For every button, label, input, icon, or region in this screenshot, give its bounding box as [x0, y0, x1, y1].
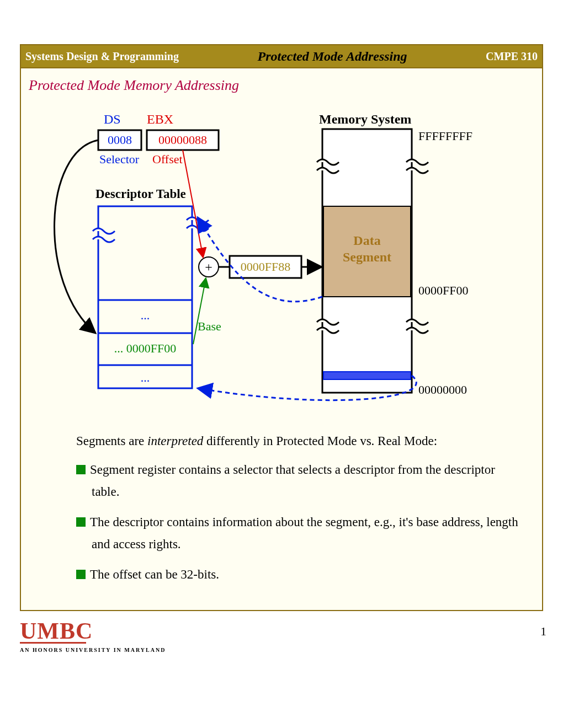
- svg-rect-12: [323, 372, 411, 379]
- page-subtitle: Protected Mode Memory Addressing: [29, 77, 239, 94]
- bullet-icon: [76, 570, 86, 579]
- bullet-2-cont: and access rights.: [92, 537, 539, 552]
- title-bar: Systems Design & Programming Protected M…: [21, 45, 542, 68]
- bullet-icon: [76, 465, 86, 474]
- logo: UMBC: [20, 618, 543, 644]
- sum-value: 0000FF88: [241, 260, 290, 274]
- ds-label: DS: [104, 112, 121, 126]
- ds-value: 0008: [108, 133, 132, 147]
- ds-caption: Selector: [99, 152, 140, 166]
- diagram: DS 0008 Selector EBX 00000088 Offset Des…: [21, 101, 544, 421]
- intro-b: differently in Protected Mode vs. Real M…: [203, 434, 437, 448]
- data-label-2: Segment: [343, 250, 391, 264]
- mem-top-addr: FFFFFFFF: [418, 129, 472, 143]
- bullet-icon: [76, 517, 86, 527]
- header-center: Protected Mode Addressing: [179, 49, 486, 64]
- mem-mid-addr: 0000FF00: [418, 283, 468, 297]
- bullet-3: The offset can be 32-bits.: [76, 568, 523, 582]
- desc-ellipsis-2: ...: [141, 371, 150, 384]
- bullet-1: Segment register contains a selector tha…: [76, 463, 523, 477]
- intro-a: Segments are: [76, 434, 147, 448]
- page-number: 1: [540, 624, 546, 639]
- header-left: Systems Design & Programming: [25, 50, 179, 63]
- memory-title: Memory System: [319, 112, 411, 126]
- base-label: Base: [198, 319, 221, 333]
- plus-icon: +: [205, 260, 213, 274]
- descriptor-table-title: Descriptor Table: [95, 187, 186, 201]
- footer: UMBC AN HONORS UNIVERSITY IN MARYLAND: [20, 618, 543, 653]
- desc-value-row: ... 0000FF00: [114, 341, 176, 355]
- mem-bot-addr: 00000000: [418, 383, 467, 397]
- ebx-value: 00000088: [158, 133, 207, 147]
- intro-italic: interpreted: [147, 434, 203, 448]
- slide-frame: Systems Design & Programming Protected M…: [20, 44, 543, 611]
- header-right: CMPE 310: [486, 50, 538, 63]
- logo-text: UMBC: [20, 618, 93, 644]
- ebx-caption: Offset: [152, 152, 183, 166]
- intro-line: Segments are interpreted differently in …: [76, 432, 518, 449]
- bullet-1-cont: table.: [92, 485, 539, 499]
- data-label-1: Data: [353, 233, 380, 248]
- bullet-2: The descriptor contains information abou…: [76, 515, 523, 529]
- desc-ellipsis-1: ...: [141, 308, 150, 322]
- content-area: Protected Mode Memory Addressing: [21, 68, 542, 610]
- tagline: AN HONORS UNIVERSITY IN MARYLAND: [20, 647, 543, 653]
- ebx-label: EBX: [147, 112, 173, 126]
